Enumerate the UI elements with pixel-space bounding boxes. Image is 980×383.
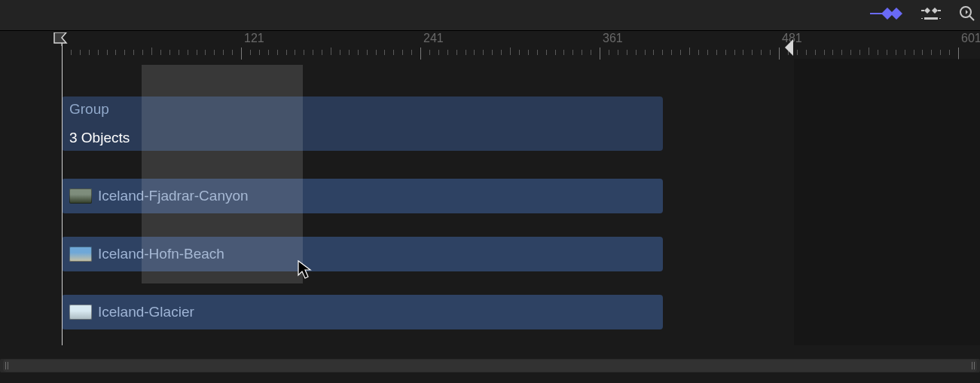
- ruler-tick-small: [725, 50, 726, 55]
- group-title: Group: [69, 101, 109, 118]
- ruler-tick-small: [313, 50, 313, 55]
- ruler-tick-small: [286, 50, 287, 55]
- ruler-tick-small: [205, 50, 206, 55]
- ruler-tick-small: [761, 50, 762, 55]
- ruler-tick-small: [197, 50, 197, 55]
- ruler-tick-small: [824, 50, 825, 55]
- ruler-tick-small: [841, 50, 842, 55]
- ruler-tick-small: [555, 50, 556, 55]
- ruler-tick-small: [752, 50, 753, 55]
- ruler-tick-small: [483, 50, 484, 55]
- ruler-tick-small: [384, 50, 385, 55]
- ruler-tick-small: [160, 50, 161, 55]
- ruler-tick-small: [914, 50, 914, 55]
- ruler-tick-mid: [510, 47, 511, 55]
- ruler-tick-small: [107, 50, 108, 55]
- svg-marker-11: [966, 10, 968, 14]
- ruler-tick-mid: [151, 47, 152, 55]
- ruler-tick-small: [169, 50, 170, 55]
- ruler-tick-small: [636, 50, 637, 55]
- ruler-tick-small: [115, 50, 116, 55]
- range-end-marker[interactable]: [783, 39, 794, 56]
- ruler-tick-small: [519, 50, 520, 55]
- ruler-tick-label: 121: [244, 32, 264, 45]
- ruler-tick-small: [859, 50, 860, 55]
- scrollbar-grip-right[interactable]: [971, 361, 975, 370]
- toolbar: [870, 5, 975, 22]
- ruler-tick-small: [456, 50, 457, 55]
- scrollbar-track[interactable]: [3, 360, 977, 372]
- ruler-tick-small: [653, 50, 654, 55]
- group-object-count: 3 Objects: [69, 130, 130, 146]
- ruler-tick-small: [949, 50, 950, 55]
- ruler-tick-small: [304, 50, 304, 55]
- svg-marker-3: [924, 8, 930, 14]
- playhead[interactable]: [62, 34, 63, 345]
- ruler-tick-small: [98, 50, 99, 55]
- svg-rect-5: [921, 10, 924, 11]
- ruler-tick-small: [770, 50, 771, 55]
- ruler[interactable]: 121241361481601: [0, 35, 980, 59]
- ruler-tick-small: [878, 50, 878, 55]
- clip-bar-clip2[interactable]: Iceland-Hofn-Beach: [62, 237, 663, 271]
- ruler-tick-small: [797, 50, 798, 55]
- keyframe-icon[interactable]: [870, 5, 903, 22]
- ruler-tick-small: [124, 50, 125, 55]
- group-bar[interactable]: Group 3 Objects: [62, 97, 663, 151]
- clip-label: Iceland-Glacier: [98, 304, 194, 320]
- ruler-tick-small: [528, 50, 529, 55]
- ruler-tick-small: [850, 50, 851, 55]
- ruler-tick-small: [832, 50, 833, 55]
- ruler-tick-small: [645, 50, 646, 55]
- ruler-tick-small: [905, 50, 905, 55]
- ruler-divider: [0, 30, 980, 31]
- scrollbar-grip-left[interactable]: [5, 361, 9, 370]
- ruler-tick-small: [474, 50, 475, 55]
- ruler-tick-small: [438, 50, 439, 55]
- ruler-tick-small: [815, 50, 816, 55]
- clip-bar-clip1[interactable]: Iceland-Fjadrar-Canyon: [62, 179, 663, 213]
- ruler-tick-small: [367, 50, 368, 55]
- ruler-tick-small: [466, 50, 466, 55]
- zoom-icon[interactable]: [959, 5, 975, 22]
- ruler-tick-small: [743, 50, 743, 55]
- clip-thumbnail: [69, 188, 92, 204]
- svg-rect-6: [938, 10, 941, 11]
- ruler-tick-small: [806, 50, 807, 55]
- ruler-tick-label: 601: [961, 32, 980, 45]
- svg-rect-8: [921, 18, 923, 19]
- ruler-tick-small: [142, 50, 143, 55]
- ruler-tick-mid: [689, 47, 690, 55]
- ruler-tick-small: [268, 50, 269, 55]
- ruler-tick-small: [393, 50, 394, 55]
- ruler-tick-big: [241, 47, 242, 60]
- ruler-tick-small: [71, 50, 72, 55]
- ruler-tick-small: [295, 50, 295, 55]
- ruler-tick-small: [340, 50, 340, 55]
- clip-bar-clip3[interactable]: Iceland-Glacier: [62, 295, 663, 329]
- ruler-tick-big: [779, 47, 780, 60]
- ruler-tick-label: 361: [603, 32, 623, 45]
- tracks-area[interactable]: Group 3 Objects Iceland-Fjadrar-CanyonIc…: [0, 66, 980, 345]
- ruler-tick-small: [546, 50, 547, 55]
- svg-rect-7: [924, 17, 938, 20]
- ruler-tick-small: [707, 50, 708, 55]
- ruler-tick-small: [537, 50, 538, 55]
- ruler-tick-small: [250, 50, 251, 55]
- clip-label: Iceland-Fjadrar-Canyon: [98, 188, 249, 204]
- ruler-tick-small: [940, 50, 941, 55]
- filters-icon[interactable]: [920, 6, 942, 21]
- ruler-tick-small: [349, 50, 350, 55]
- ruler-tick-small: [887, 50, 887, 55]
- ruler-tick-small: [734, 50, 735, 55]
- ruler-tick-label: 241: [423, 32, 444, 45]
- horizontal-scrollbar[interactable]: [0, 359, 980, 372]
- clip-thumbnail: [69, 247, 92, 262]
- ruler-tick-small: [133, 50, 134, 55]
- ruler-tick-small: [277, 50, 278, 55]
- ruler-tick-small: [223, 50, 224, 55]
- ruler-tick-small: [609, 50, 609, 55]
- ruler-tick-small: [922, 50, 923, 55]
- ruler-tick-small: [89, 50, 90, 55]
- ruler-tick-small: [447, 50, 448, 55]
